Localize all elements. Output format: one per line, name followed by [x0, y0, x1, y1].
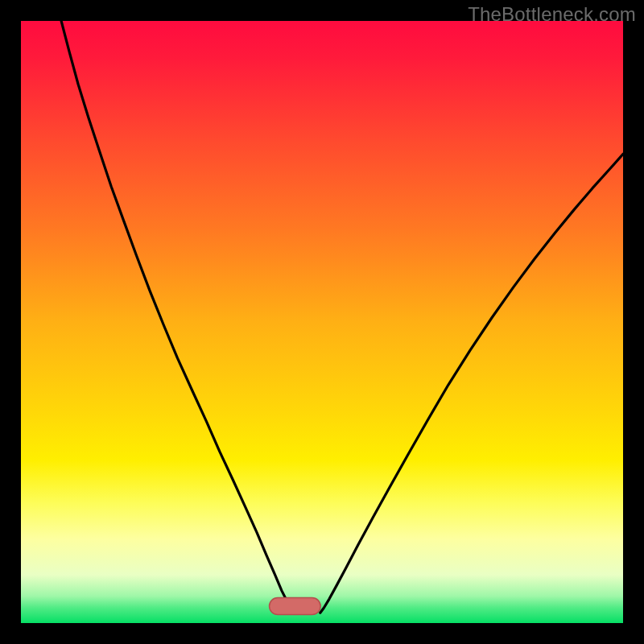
chart-plot [21, 21, 623, 623]
chart-frame: TheBottleneck.com [0, 0, 644, 644]
chart-marker [270, 598, 321, 615]
chart-svg [21, 21, 623, 623]
chart-background [21, 21, 623, 623]
watermark-text: TheBottleneck.com [468, 3, 636, 26]
bottleneck-marker [270, 598, 321, 615]
